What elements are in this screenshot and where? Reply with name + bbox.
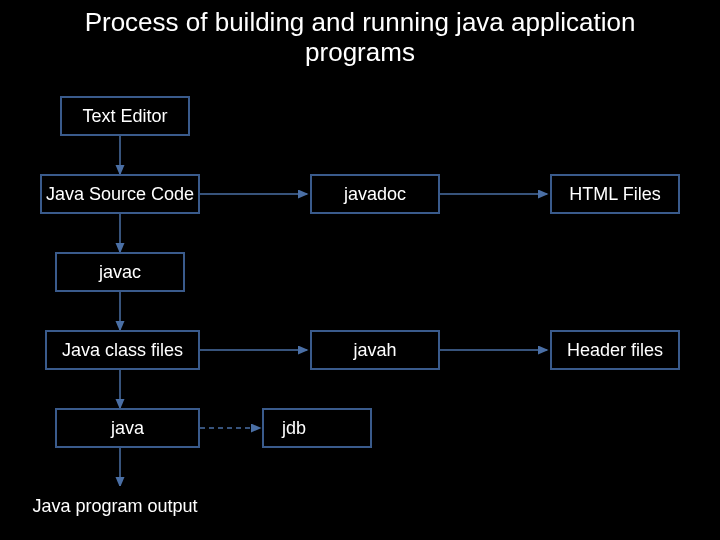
node-java-source: Java Source Code bbox=[40, 174, 200, 214]
node-header-files: Header files bbox=[550, 330, 680, 370]
node-java-runtime: java bbox=[55, 408, 200, 448]
slide-title: Process of building and running java app… bbox=[70, 8, 650, 68]
node-javac: javac bbox=[55, 252, 185, 292]
node-jdb: jdb bbox=[262, 408, 372, 448]
node-class-files: Java class files bbox=[45, 330, 200, 370]
node-javadoc: javadoc bbox=[310, 174, 440, 214]
node-javah: javah bbox=[310, 330, 440, 370]
slide: Process of building and running java app… bbox=[0, 0, 720, 540]
node-text-editor: Text Editor bbox=[60, 96, 190, 136]
node-output: Java program output bbox=[15, 486, 215, 526]
node-html-files: HTML Files bbox=[550, 174, 680, 214]
